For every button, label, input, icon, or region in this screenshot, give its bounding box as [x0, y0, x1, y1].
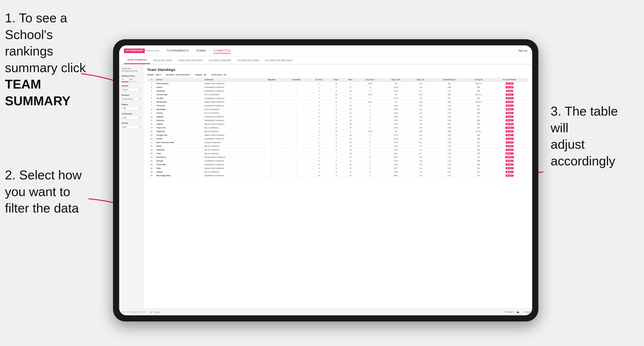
table-cell: 279.1	[383, 144, 409, 148]
table-cell: 1	[309, 82, 329, 85]
table-row[interactable]: 12VirginiaAtlantic Coast Conference––382…	[147, 122, 529, 126]
table-cell: -6.2	[383, 82, 409, 85]
table-row[interactable]: 17East Tennessee StateSouthern Conferenc…	[147, 141, 529, 144]
sub-nav-player-summary[interactable]: PLAYER SUMMARY	[206, 56, 234, 64]
col-rag-rank: Rag Rank	[260, 78, 284, 82]
table-cell: -6.2	[409, 89, 432, 93]
sub-nav-player-h2h-heatmap[interactable]: PLAYER H2H HEATMAP	[262, 56, 296, 64]
filter-min-input[interactable]	[122, 78, 128, 81]
table-cell: 27	[344, 126, 358, 130]
table-row[interactable]: 14OklahomaBig 12 Conference––2242276.9-3…	[147, 130, 529, 133]
table-row[interactable]: 25OregonPac-12 Conference––59210279.5-1.…	[147, 170, 529, 174]
table-cell: 9	[329, 85, 344, 89]
table-cell: 2	[309, 130, 329, 133]
toolbar-back-icon[interactable]: ◁	[122, 311, 123, 313]
table-cell: 221	[466, 166, 490, 170]
filter-gender-select[interactable]: Men's ▾	[122, 88, 141, 92]
toolbar-refresh-icon[interactable]: ↻	[128, 311, 129, 313]
table-cell: 273.6	[383, 85, 409, 89]
toolbar-grid-icon[interactable]: ⊞	[134, 311, 136, 313]
table-row[interactable]: 26Mississippi StateSoutheastern Conferen…	[147, 174, 529, 177]
table-row[interactable]: 2AuburnSoutheastern Conference––19276273…	[147, 85, 529, 89]
sign-out-button[interactable]: Sign out	[514, 49, 527, 52]
nav-committee[interactable]: COMMITTEE	[214, 48, 231, 53]
table-row[interactable]: 16FloridaSoutheastern Conference––792442…	[147, 137, 529, 141]
toolbar-copy-icon[interactable]: ⧉	[137, 311, 138, 313]
table-cell: Tennessee	[156, 104, 204, 108]
table-cell: –	[284, 104, 309, 108]
table-cell: –	[284, 111, 309, 115]
toolbar-view-original[interactable]: View: Original	[146, 311, 162, 313]
table-row[interactable]: 8WashingtonPac-12 Conference––28231276.3…	[147, 108, 529, 111]
table-cell: 18	[344, 96, 358, 100]
table-row[interactable]: 1North CarolinaAtlantic Coast Conference…	[147, 82, 529, 85]
table-cell: –	[260, 108, 284, 111]
table-cell: Pac-12 Conference	[204, 111, 260, 115]
table-row[interactable]: 4Arizona StatePac-12 Conference––1264274…	[147, 93, 529, 96]
view-original-button[interactable]: View: Original	[146, 310, 162, 314]
table-cell: 276.3	[383, 122, 409, 126]
toolbar-clock-icon[interactable]: ⊙	[143, 311, 145, 313]
col-adj-score: Adj. Score	[358, 78, 382, 82]
table-row[interactable]: 18IllinoisBig Ten Conference––19231279.1…	[147, 144, 529, 148]
table-cell: 0.97	[432, 174, 466, 177]
sub-nav-team-summary[interactable]: TEAM SUMMARY	[124, 56, 150, 64]
table-row[interactable]: 5Ole MissSoutheastern Conference––361812…	[147, 96, 529, 100]
table-row[interactable]: 3VanderbiltSoutheastern Conference––2523…	[147, 89, 529, 93]
table-row[interactable]: 6Florida StateAtlantic Coast Conference–…	[147, 100, 529, 104]
table-cell: 42-18-0	[490, 82, 529, 85]
sub-nav-team-h2h-heatmap[interactable]: TEAM H2H HEATMAP	[175, 56, 206, 64]
toolbar-add-icon[interactable]: ⊕	[140, 311, 142, 313]
table-row[interactable]: 11ArkansasSoutheastern Conference––68223…	[147, 119, 529, 122]
table-row[interactable]: 9ArizonaPac-12 Conference––38224276.3-4.…	[147, 111, 529, 115]
table-cell: Atlantic Coast Conference	[204, 133, 260, 137]
table-row[interactable]: 10AlabamaSoutheastern Conference––582332…	[147, 115, 529, 119]
filter-conference-select[interactable]: (All) ▾	[122, 116, 141, 120]
table-cell: 3	[309, 96, 329, 100]
table-cell: –	[284, 126, 309, 130]
nav-teams[interactable]: TEAMS	[196, 48, 206, 53]
table-cell: New Mexico	[156, 155, 204, 159]
table-row[interactable]: 15Georgia TechAtlantic Coast Conference–…	[147, 133, 529, 137]
table-cell: 3	[309, 122, 329, 126]
toolbar-forward-icon[interactable]: ▷	[124, 311, 126, 313]
table-cell: 203	[466, 89, 490, 93]
sub-nav-team-h2h-grid[interactable]: TEAM H2H GRID	[150, 56, 175, 64]
table-cell: -6.0	[409, 122, 432, 126]
slider-track[interactable]	[122, 81, 139, 82]
table-cell: 61-21-0	[490, 104, 529, 108]
table-row[interactable]: 7TennesseeSoutheastern Conference––48182…	[147, 104, 529, 108]
table-cell: 24	[344, 137, 358, 141]
standings-table: # School Conference Rag Rank Conf Rank N…	[147, 78, 529, 177]
toolbar-watch[interactable]: 👁 Watch ▾	[504, 311, 514, 313]
toolbar-screenshot-icon[interactable]: 📷	[517, 311, 519, 313]
filter-division-select[interactable]: NCAA Division I ▾	[122, 97, 141, 101]
table-row[interactable]: 13Texas TechBig 12 Conference––19272276.…	[147, 126, 529, 130]
table-cell: 278.7	[383, 152, 409, 155]
table-cell: 4	[309, 133, 329, 137]
table-row[interactable]: 21New MexicoMountain West Conference––17…	[147, 155, 529, 159]
table-cell: 1	[358, 152, 382, 155]
table-cell: -5.0	[409, 96, 432, 100]
toolbar-share-small-icon[interactable]: ⬆	[131, 311, 132, 313]
table-cell: California	[156, 148, 204, 152]
table-cell: Mississippi State	[156, 174, 204, 177]
toolbar-share[interactable]: ↗ Share	[522, 311, 530, 313]
filter-school-select[interactable]: (All) ▾	[122, 125, 141, 129]
table-cell: 117-4-0	[490, 85, 529, 89]
table-cell: 3	[358, 119, 382, 122]
table-row[interactable]: 24DukeAtlantic Coast Conference––5927127…	[147, 166, 529, 170]
table-cell: Arizona State	[156, 93, 204, 96]
table-cell: 9	[147, 111, 156, 115]
table-cell: Florida State	[156, 100, 204, 104]
nav-tournaments[interactable]: TOURNAMENTS	[166, 48, 189, 53]
table-row[interactable]: 23Texas A&MSoutheastern Conference––9103…	[147, 163, 529, 166]
table-cell: –	[284, 170, 309, 174]
table-row[interactable]: 22GeorgiaSoutheastern Conference––872112…	[147, 159, 529, 163]
filter-region-select[interactable]: N/A ▾	[122, 107, 141, 110]
filter-max-input[interactable]	[129, 78, 136, 81]
table-row[interactable]: 20TexasBig 12 Conference––37181278.7-0.7…	[147, 152, 529, 155]
table-row[interactable]: 19CaliforniaPac-12 Conference––48242278.…	[147, 148, 529, 152]
table-cell: -6.0	[409, 108, 432, 111]
sub-nav-player-h2h-grid[interactable]: PLAYER H2H GRID	[234, 56, 262, 64]
